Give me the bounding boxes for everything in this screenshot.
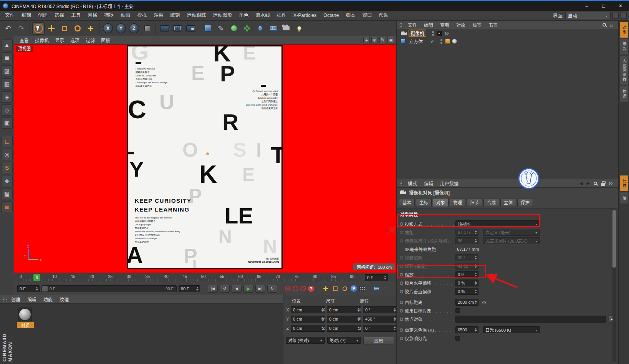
parameter-record-button[interactable]: P: [351, 285, 357, 292]
film-offset-x-input[interactable]: 0 %: [455, 280, 478, 286]
menu-item[interactable]: 创建: [35, 11, 51, 20]
polygons-mode-icon[interactable]: ▣: [2, 117, 13, 129]
brush-icon[interactable]: ◆: [2, 175, 13, 186]
keyframe-selection-button[interactable]: [300, 286, 306, 291]
menu-item[interactable]: 雕刻: [167, 11, 183, 20]
white-balance-preset-dropdown[interactable]: 日光 (6500 K): [483, 326, 540, 333]
timeline-tick[interactable]: 65: [257, 274, 262, 279]
timeline-tick[interactable]: 50: [201, 274, 206, 279]
menu-item[interactable]: 插件: [273, 11, 290, 20]
material-menu-item[interactable]: 编辑: [24, 296, 40, 303]
target-icon[interactable]: ⊙: [609, 181, 613, 186]
section-title[interactable]: 对象属性: [399, 210, 618, 220]
visibility-dots-icon[interactable]: [440, 39, 442, 44]
enabled-check-icon[interactable]: ✓: [430, 39, 434, 44]
lock-y-button[interactable]: Y: [115, 22, 127, 35]
history-back-icon[interactable]: ◀: [579, 181, 583, 186]
menu-item[interactable]: 选择: [51, 11, 68, 20]
environment-button[interactable]: [267, 22, 279, 35]
visibility-dots-icon[interactable]: [432, 31, 434, 36]
menu-item[interactable]: 工具: [68, 11, 84, 20]
object-name-camera[interactable]: 摄像机: [409, 30, 426, 36]
menu-item[interactable]: Octane: [320, 11, 342, 20]
keyframe-dot-icon[interactable]: [400, 318, 403, 321]
tab-protection[interactable]: 保护: [517, 198, 533, 207]
target-picker-icon[interactable]: ⊙: [482, 300, 486, 305]
points-mode-icon[interactable]: ◈: [2, 91, 13, 103]
dock-tab-takes[interactable]: 场次: [620, 39, 628, 55]
menu-item[interactable]: 流水线: [252, 11, 273, 20]
coordinate-mode-dropdown[interactable]: 对象 (相对): [286, 337, 325, 344]
goto-start-button[interactable]: |◀: [208, 285, 218, 293]
close-button[interactable]: ✕: [612, 1, 629, 11]
view-name-label[interactable]: 顶视图: [16, 46, 33, 52]
timeline-tick[interactable]: 5: [36, 274, 38, 279]
render-region-button[interactable]: [171, 22, 184, 35]
keyframe-options-button[interactable]: ?: [308, 286, 314, 292]
dock-tab-structure[interactable]: 构造: [620, 86, 628, 102]
mograph-button[interactable]: [228, 22, 240, 35]
coordinate-input[interactable]: 0 cm: [291, 316, 325, 323]
keyframe-dot-icon[interactable]: [400, 301, 403, 304]
target-distance-input[interactable]: 2000 cm: [455, 299, 478, 306]
coordinate-input[interactable]: 450 °: [363, 316, 397, 323]
menu-item[interactable]: 运动跟踪: [183, 11, 209, 20]
projection-dropdown[interactable]: 顶视图: [455, 220, 540, 227]
timeline-tick[interactable]: 20: [89, 274, 94, 279]
material-item[interactable]: 材质: [17, 308, 34, 328]
coordinate-input[interactable]: 0 °: [363, 306, 397, 313]
menu-item[interactable]: 运动图形: [209, 11, 235, 20]
menu-item[interactable]: 脚本: [343, 11, 359, 20]
home-icon[interactable]: ⌂: [610, 22, 613, 27]
timeline-tick[interactable]: 85: [331, 274, 336, 279]
make-editable-icon[interactable]: ▲: [2, 39, 13, 50]
timeline-tick[interactable]: 70: [275, 274, 280, 279]
render-view-button[interactable]: [158, 22, 170, 35]
spline-smooth-icon[interactable]: S: [2, 162, 13, 173]
attribute-menu-item[interactable]: 用户数据: [437, 180, 462, 187]
current-frame-field[interactable]: 0 F: [17, 285, 40, 292]
menu-item[interactable]: 编辑: [18, 11, 35, 20]
tab-object[interactable]: 对象: [433, 198, 449, 207]
timeline-tick[interactable]: 15: [71, 274, 76, 279]
tab-composition[interactable]: 合成: [483, 198, 499, 207]
end-frame-field[interactable]: 90 F: [179, 285, 200, 292]
ruler-frame-field[interactable]: 0 F: [365, 274, 388, 281]
rotate-tool[interactable]: [71, 22, 84, 35]
viewport-pan-icon[interactable]: +: [363, 37, 370, 43]
tab-basic[interactable]: 基本: [399, 198, 415, 207]
scale-lock-button[interactable]: [331, 285, 339, 293]
viewport-toggle-icon[interactable]: ▣: [387, 37, 394, 43]
range-handle[interactable]: [42, 286, 48, 291]
timeline-tick[interactable]: 75: [294, 274, 299, 279]
tab-details[interactable]: 细节: [467, 198, 482, 207]
coordinate-input[interactable]: 0 cm: [327, 306, 361, 313]
deformer-button[interactable]: [254, 22, 266, 35]
timeline-ruler[interactable]: 0 051015202530354045505560657075808590 0…: [14, 273, 396, 282]
keyframe-dot-icon[interactable]: [400, 281, 403, 285]
viewport-canvas[interactable]: 顶视图 GKEEPCUROSITYKEPLENNAPI I follow the…: [14, 45, 396, 273]
white-balance-input[interactable]: 6500: [455, 326, 478, 333]
attribute-menu-item[interactable]: 编辑: [420, 180, 437, 187]
last-tool-button[interactable]: [84, 22, 97, 35]
zoom-input[interactable]: 0.9: [455, 271, 478, 278]
lock-icon[interactable]: [601, 183, 605, 186]
menu-item[interactable]: X-Particles: [290, 11, 320, 20]
add-camera-button[interactable]: [280, 22, 292, 35]
coordinate-system-button[interactable]: [141, 22, 153, 35]
maximize-button[interactable]: □: [595, 1, 612, 11]
dock-tab-content-browser[interactable]: 内容浏览器: [620, 56, 628, 85]
viewport-orbit-icon[interactable]: ↻: [379, 37, 386, 43]
live-selection-tool[interactable]: [32, 22, 45, 35]
apply-button[interactable]: 应用: [363, 337, 394, 344]
move-lock-button[interactable]: [322, 285, 329, 293]
tab-stereo[interactable]: 立体: [500, 198, 516, 207]
use-target-checkbox[interactable]: [455, 308, 460, 313]
attribute-scrollbar[interactable]: [612, 209, 616, 362]
rotate-lock-button[interactable]: [341, 285, 349, 293]
viewport-menu-item[interactable]: 过滤: [83, 37, 98, 43]
tab-physical[interactable]: 物理: [450, 198, 465, 207]
timeline-tick[interactable]: 45: [182, 274, 187, 279]
preview-range-slider[interactable]: 0 F 90 F: [41, 285, 177, 292]
dock-tab-attributes[interactable]: 属性: [620, 175, 628, 191]
